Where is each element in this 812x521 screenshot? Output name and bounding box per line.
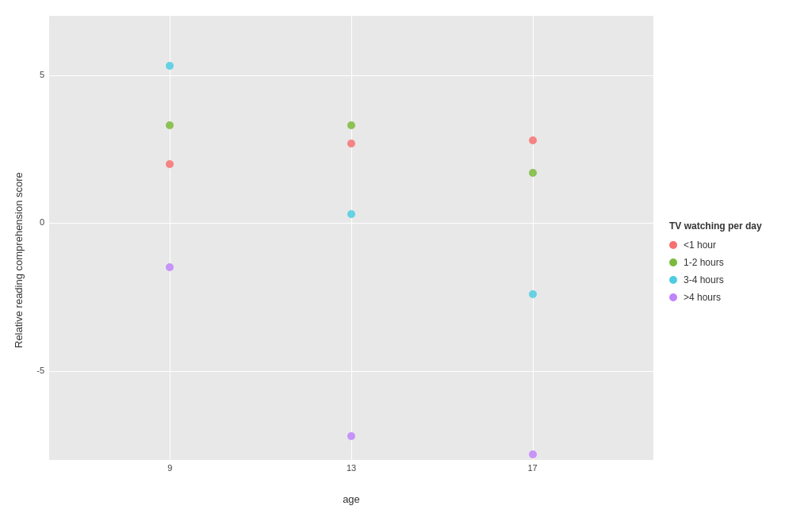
legend-item: 1-2 hours <box>669 257 804 268</box>
data-dot <box>529 136 537 144</box>
legend-item-label: <1 hour <box>684 239 716 251</box>
legend-item: 3-4 hours <box>669 274 804 285</box>
legend-dot <box>669 293 677 301</box>
y-ticks: 50-5 <box>25 16 49 460</box>
x-tick-label: 13 <box>347 463 356 473</box>
data-dot <box>166 263 174 271</box>
data-dot <box>347 140 355 147</box>
legend-item-label: 1-2 hours <box>684 257 724 268</box>
legend-dot <box>669 276 677 284</box>
data-dot <box>347 121 355 129</box>
y-tick-label: 5 <box>40 71 44 79</box>
legend: TV watching per day <1 hour1-2 hours3-4 … <box>653 213 804 309</box>
v-grid-line <box>170 16 170 460</box>
legend-item-label: 3-4 hours <box>684 274 724 285</box>
chart-area: Relative reading comprehension score 50-… <box>8 16 653 505</box>
legend-title: TV watching per day <box>669 220 804 232</box>
legend-items: <1 hour1-2 hours3-4 hours>4 hours <box>669 239 804 309</box>
plot-with-yaxis: 50-5 <box>25 16 653 460</box>
legend-dot <box>669 241 677 249</box>
data-dot <box>529 290 537 298</box>
x-axis-title: age <box>49 493 653 505</box>
v-grid-line <box>351 16 352 460</box>
legend-item: <1 hour <box>669 239 804 251</box>
y-tick-label: 0 <box>40 218 44 227</box>
data-dot <box>529 450 537 458</box>
legend-dot <box>669 259 677 266</box>
y-tick-label: -5 <box>36 366 44 375</box>
legend-item-label: >4 hours <box>684 292 721 303</box>
v-grid-line <box>533 16 534 460</box>
legend-item: >4 hours <box>669 292 804 303</box>
x-axis-area: 91317 age <box>25 460 653 505</box>
data-dot <box>347 210 355 218</box>
data-dot <box>166 62 174 70</box>
x-tick-label: 9 <box>167 463 172 473</box>
data-dot <box>529 169 537 177</box>
x-tick-label: 17 <box>527 463 537 473</box>
y-axis-label: Relative reading comprehension score <box>8 16 25 505</box>
plot-section: 50-5 91317 age <box>25 16 653 505</box>
data-dot <box>347 432 355 440</box>
plot-box <box>49 16 653 460</box>
data-dot <box>166 160 174 168</box>
chart-container: Relative reading comprehension score 50-… <box>0 0 812 521</box>
data-dot <box>166 121 174 129</box>
x-ticks-row: 91317 <box>49 460 653 479</box>
